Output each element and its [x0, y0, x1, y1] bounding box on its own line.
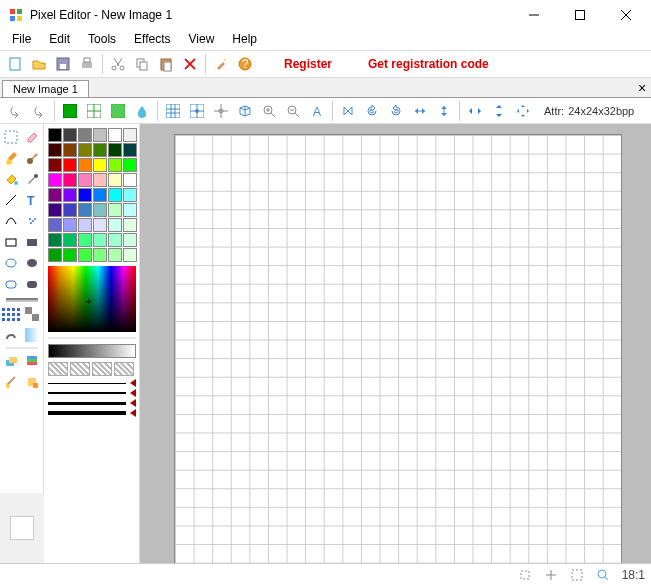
arrow-ud-button[interactable]	[433, 100, 455, 122]
checker-tool[interactable]	[23, 305, 41, 323]
open-button[interactable]	[28, 53, 50, 75]
texttool-button[interactable]: A	[306, 100, 328, 122]
menu-view[interactable]: View	[181, 30, 223, 50]
grid-toggle1-button[interactable]	[83, 100, 105, 122]
color-swatch[interactable]	[93, 233, 107, 247]
color-swatch[interactable]	[108, 143, 122, 157]
gradient-bar[interactable]	[48, 344, 136, 358]
line-width-2[interactable]	[48, 390, 136, 396]
brush-tool[interactable]	[23, 149, 41, 167]
color-swatch[interactable]	[78, 128, 92, 142]
color-swatch[interactable]	[48, 173, 62, 187]
line-width-1[interactable]	[48, 380, 136, 386]
arrow-lr-button[interactable]	[409, 100, 431, 122]
pattern-swatch[interactable]	[70, 362, 90, 376]
grid3d-button[interactable]	[234, 100, 256, 122]
color-swatch[interactable]	[78, 158, 92, 172]
wizard-button[interactable]	[210, 53, 232, 75]
delete-button[interactable]	[179, 53, 201, 75]
layer-lock-tool[interactable]	[23, 373, 41, 391]
color-swatch[interactable]	[93, 158, 107, 172]
menu-effects[interactable]: Effects	[126, 30, 178, 50]
color-swatch[interactable]	[93, 203, 107, 217]
color-swatch[interactable]	[63, 158, 77, 172]
color-swatch[interactable]	[78, 248, 92, 262]
fill-tool[interactable]	[2, 170, 20, 188]
color-swatch[interactable]	[48, 158, 62, 172]
color-swatch[interactable]	[123, 143, 137, 157]
stack-tool[interactable]	[23, 352, 41, 370]
copy-button[interactable]	[131, 53, 153, 75]
pencil-tool[interactable]	[2, 149, 20, 167]
color-swatch[interactable]	[123, 203, 137, 217]
color-swatch[interactable]	[123, 188, 137, 202]
nudge-ud-button[interactable]	[488, 100, 510, 122]
color-swatch[interactable]	[48, 233, 62, 247]
color-swatch[interactable]	[78, 173, 92, 187]
color-swatch[interactable]	[63, 188, 77, 202]
pattern-swatch[interactable]	[48, 362, 68, 376]
roundrect-tool[interactable]	[2, 275, 20, 293]
canvas-area[interactable]	[140, 124, 651, 563]
print-button[interactable]	[76, 53, 98, 75]
curve-tool[interactable]	[2, 212, 20, 230]
channel-red-button[interactable]	[59, 100, 81, 122]
select-rect-tool[interactable]	[2, 128, 20, 146]
color-swatch[interactable]	[48, 248, 62, 262]
color-swatch[interactable]	[48, 143, 62, 157]
menu-edit[interactable]: Edit	[41, 30, 78, 50]
spray-tool[interactable]	[23, 212, 41, 230]
new-button[interactable]	[4, 53, 26, 75]
pattern-swatch[interactable]	[114, 362, 134, 376]
zoomout-button[interactable]	[282, 100, 304, 122]
color-swatch[interactable]	[108, 188, 122, 202]
color-swatch[interactable]	[63, 173, 77, 187]
pattern-tool[interactable]	[2, 305, 20, 323]
color-swatch[interactable]	[48, 128, 62, 142]
color-swatch[interactable]	[123, 158, 137, 172]
rect-tool[interactable]	[2, 233, 20, 251]
color-swatch[interactable]	[63, 128, 77, 142]
line-width-3[interactable]	[48, 400, 136, 406]
color-swatch[interactable]	[123, 248, 137, 262]
nudge-lr-button[interactable]	[464, 100, 486, 122]
rect-fill-tool[interactable]	[23, 233, 41, 251]
color-swatch[interactable]	[108, 173, 122, 187]
pattern-swatch[interactable]	[92, 362, 112, 376]
undo-button[interactable]	[4, 100, 26, 122]
getcode-link[interactable]: Get registration code	[362, 57, 495, 71]
save-button[interactable]	[52, 53, 74, 75]
color-swatch[interactable]	[108, 128, 122, 142]
color-swatch[interactable]	[123, 128, 137, 142]
color-swatch[interactable]	[63, 233, 77, 247]
color-swatch[interactable]	[123, 218, 137, 232]
rotate-right-button[interactable]	[385, 100, 407, 122]
eraser-tool[interactable]	[23, 128, 41, 146]
color-swatch[interactable]	[93, 128, 107, 142]
register-link[interactable]: Register	[278, 57, 338, 71]
ellipse-tool[interactable]	[2, 254, 20, 272]
color-swatch[interactable]	[108, 158, 122, 172]
color-swatch[interactable]	[78, 188, 92, 202]
color-swatch[interactable]	[63, 248, 77, 262]
canvas[interactable]	[174, 134, 622, 563]
color-swatch[interactable]	[63, 143, 77, 157]
menu-file[interactable]: File	[4, 30, 39, 50]
rotate-left-button[interactable]	[361, 100, 383, 122]
zoomin-button[interactable]	[258, 100, 280, 122]
color-swatches[interactable]	[48, 128, 135, 262]
redo-button[interactable]	[28, 100, 50, 122]
color-swatch[interactable]	[93, 143, 107, 157]
color-swatch[interactable]	[78, 143, 92, 157]
color-swatch[interactable]	[123, 233, 137, 247]
grid-button[interactable]	[162, 100, 184, 122]
lock-tool[interactable]	[2, 373, 20, 391]
roundrect-fill-tool[interactable]	[23, 275, 41, 293]
paste-button[interactable]	[155, 53, 177, 75]
color-swatch[interactable]	[48, 203, 62, 217]
ellipse-fill-tool[interactable]	[23, 254, 41, 272]
menu-help[interactable]: Help	[224, 30, 265, 50]
line-tool[interactable]	[2, 191, 20, 209]
color-swatch[interactable]	[93, 248, 107, 262]
color-swatch[interactable]	[93, 173, 107, 187]
